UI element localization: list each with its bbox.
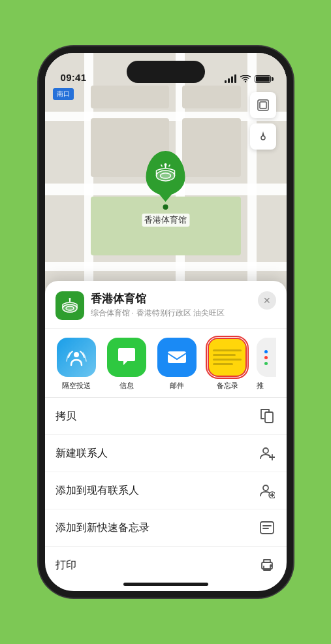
svg-line-9 bbox=[161, 165, 163, 167]
svg-rect-1 bbox=[260, 102, 266, 108]
svg-rect-18 bbox=[168, 351, 186, 363]
airdrop-icon bbox=[57, 338, 96, 377]
share-row: 隔空投送 信息 邮件 bbox=[45, 329, 287, 398]
more-icon bbox=[257, 338, 276, 377]
messages-label: 信息 bbox=[119, 381, 134, 391]
action-list: 拷贝 新建联系人 bbox=[45, 398, 287, 578]
action-new-contact[interactable]: 新建联系人 bbox=[45, 435, 287, 472]
person-plus-icon bbox=[258, 481, 276, 500]
person-add-icon bbox=[258, 444, 276, 462]
svg-rect-19 bbox=[265, 412, 273, 423]
svg-line-10 bbox=[169, 165, 170, 167]
action-add-contact[interactable]: 添加到现有联系人 bbox=[45, 472, 287, 509]
battery-icon bbox=[255, 75, 271, 83]
svg-point-17 bbox=[74, 352, 79, 357]
svg-point-12 bbox=[66, 306, 74, 310]
mail-icon bbox=[157, 338, 197, 377]
map-layers-button[interactable] bbox=[250, 92, 276, 118]
svg-point-2 bbox=[261, 136, 265, 140]
map-location-button[interactable] bbox=[250, 123, 276, 150]
venue-info: 香港体育馆 综合体育馆 · 香港特别行政区 油尖旺区 bbox=[91, 291, 258, 319]
print-icon bbox=[258, 556, 276, 574]
more-label: 推 bbox=[257, 381, 264, 391]
share-item-airdrop[interactable]: 隔空投送 bbox=[55, 338, 98, 391]
action-add-contact-label: 添加到现有联系人 bbox=[55, 484, 139, 498]
share-item-mail[interactable]: 邮件 bbox=[156, 338, 198, 391]
pin-label: 香港体育馆 bbox=[142, 214, 189, 227]
notes-icon bbox=[208, 338, 247, 377]
svg-point-4 bbox=[161, 173, 171, 178]
notes-label: 备忘录 bbox=[217, 381, 238, 391]
messages-icon bbox=[107, 338, 146, 377]
wifi-icon bbox=[240, 75, 251, 83]
svg-point-20 bbox=[263, 448, 268, 453]
venue-header: 香港体育馆 综合体育馆 · 香港特别行政区 油尖旺区 ✕ bbox=[45, 281, 287, 329]
action-print[interactable]: 打印 bbox=[45, 547, 287, 578]
dynamic-island bbox=[127, 61, 205, 83]
stadium-pin: 香港体育馆 bbox=[142, 151, 189, 227]
phone-frame: 09:41 bbox=[39, 46, 293, 598]
svg-point-23 bbox=[263, 485, 268, 491]
action-add-note-label: 添加到新快速备忘录 bbox=[55, 521, 150, 535]
venue-icon bbox=[55, 291, 84, 320]
svg-point-31 bbox=[270, 565, 272, 566]
share-item-messages[interactable]: 信息 bbox=[106, 338, 148, 391]
venue-subtitle: 综合体育馆 · 香港特别行政区 油尖旺区 bbox=[91, 308, 258, 319]
airdrop-label: 隔空投送 bbox=[62, 381, 91, 391]
status-icons bbox=[225, 75, 271, 83]
action-print-label: 打印 bbox=[55, 558, 76, 572]
venue-name: 香港体育馆 bbox=[91, 291, 258, 306]
signal-icon bbox=[225, 75, 236, 83]
pin-icon bbox=[146, 151, 185, 195]
share-item-notes[interactable]: 备忘录 bbox=[206, 338, 249, 391]
copy-icon bbox=[258, 407, 276, 425]
action-copy-label: 拷贝 bbox=[55, 410, 76, 423]
mail-label: 邮件 bbox=[170, 381, 184, 391]
home-indicator bbox=[123, 583, 208, 586]
map-north-exit-label: 南口 bbox=[53, 88, 74, 100]
status-time: 09:41 bbox=[61, 72, 87, 83]
action-add-note[interactable]: 添加到新快速备忘录 bbox=[45, 509, 287, 547]
map-controls bbox=[250, 92, 276, 155]
share-item-more[interactable]: 推 bbox=[257, 338, 276, 391]
close-button[interactable]: ✕ bbox=[258, 291, 276, 310]
action-new-contact-label: 新建联系人 bbox=[55, 447, 108, 460]
pin-dot bbox=[163, 204, 168, 210]
note-icon bbox=[258, 519, 276, 537]
svg-rect-27 bbox=[260, 522, 274, 534]
svg-point-8 bbox=[165, 163, 167, 166]
svg-point-16 bbox=[69, 298, 71, 300]
action-copy[interactable]: 拷贝 bbox=[45, 398, 287, 435]
bottom-sheet: 香港体育馆 综合体育馆 · 香港特别行政区 油尖旺区 ✕ bbox=[45, 281, 287, 591]
